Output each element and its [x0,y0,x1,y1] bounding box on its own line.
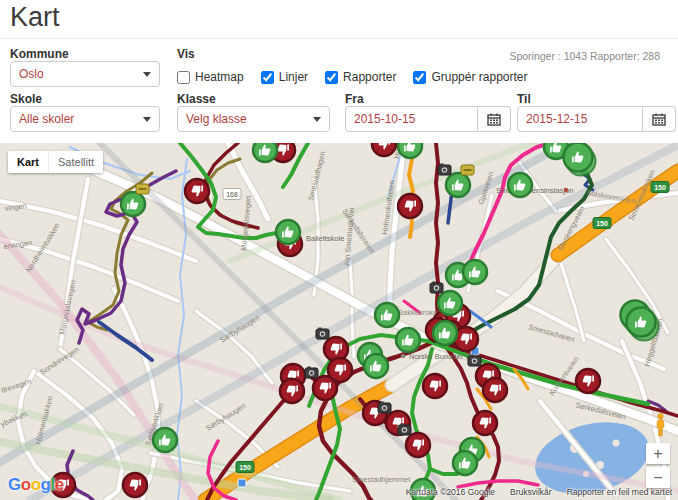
chevron-down-icon [313,117,321,122]
skole-label: Skole [10,92,42,106]
vis-option-grupp-r-rapporter[interactable]: Gruppér rapporter [413,70,527,84]
camera-badge-icon [438,164,451,176]
report-marker-positive[interactable] [453,451,477,475]
vis-label: Vis [177,47,195,61]
zoom-out-button[interactable]: − [646,467,670,488]
camera-badge-icon [378,402,391,414]
camera-badge-icon [316,328,329,340]
tag-badge-icon [461,165,474,175]
tag-badge-icon [136,184,149,194]
transit-stop-icon [238,479,246,487]
camera-top [318,328,322,330]
map-canvas[interactable]: 168150150150vingenervingenNordheimbakken… [0,143,678,500]
vis-checkbox[interactable] [325,71,338,84]
map-type-kart-button[interactable]: Kart [8,151,48,173]
report-marker-positive[interactable] [276,220,300,244]
zoom-in-button[interactable]: + [646,443,670,464]
map-attribution: Kartdata ©2016 Google Bruksvilkår Rappor… [406,487,672,497]
map-graphics: 168150150150vingenervingenNordheimbakken… [0,143,678,500]
page-title: Kart [10,2,60,33]
camera-top [470,355,474,357]
street-view-pegman[interactable] [654,413,667,441]
fra-date-input[interactable]: 2015-10-15 [345,106,478,132]
stats-text: Sporinger : 1043 Rapporter: 288 [509,50,660,62]
report-marker-negative[interactable] [328,358,352,382]
poi-dot [401,354,405,358]
camera-badge-icon [398,424,411,436]
report-marker-negative[interactable] [473,411,497,435]
til-calendar-button[interactable] [643,106,676,132]
calendar-icon [652,113,666,126]
vis-option-rapporter[interactable]: Rapporter [325,70,396,84]
report-marker-positive[interactable] [375,303,399,327]
camera-badge-icon [305,367,318,379]
report-marker-positive[interactable] [398,143,422,158]
map-type-satellitt-button[interactable]: Satellitt [48,151,103,173]
report-marker-negative[interactable] [123,473,147,497]
report-marker-negative[interactable] [372,143,396,156]
report-marker-negative[interactable] [576,369,600,393]
camera-badge-bg [430,283,443,293]
google-logo-letter: g [41,475,51,494]
vis-checkbox[interactable] [261,71,274,84]
camera-badge-icon [468,355,481,367]
report-marker-negative[interactable] [483,378,507,402]
camera-top [307,367,311,369]
camera-top [380,402,384,404]
road-shield-150: 150 [651,182,669,193]
vis-checkbox-group: HeatmapLinjerRapporterGruppér rapporter [177,70,527,84]
report-marker-positive[interactable] [396,328,420,352]
google-logo-letter: o [31,475,41,494]
report-marker-positive[interactable] [508,173,532,197]
camera-badge-bg [316,329,329,339]
calendar-icon [487,113,501,126]
shield-text: 150 [654,184,666,191]
report-marker-positive[interactable] [253,143,277,162]
vis-checkbox-label: Gruppér rapporter [431,70,527,84]
fra-input-group: 2015-10-15 [345,106,511,132]
skole-value: Alle skoler [19,112,74,126]
poi-label: Ballettskole [306,234,344,243]
klasse-select[interactable]: Velg klasse [177,106,330,132]
street-label: Smestadhjemmet [352,475,411,484]
street-label: Smestadhagen [306,150,327,201]
report-marker-negative[interactable] [280,379,304,403]
report-marker-positive[interactable] [153,428,177,452]
vis-option-heatmap[interactable]: Heatmap [177,70,244,84]
report-marker-negative[interactable] [423,374,447,398]
header-divider [0,38,678,39]
kommune-select[interactable]: Oslo [10,61,160,87]
klasse-value: Velg klasse [186,112,247,126]
camera-badge-bg [398,425,411,435]
pond-island [613,440,620,447]
google-logo-letter: o [21,475,31,494]
fra-label: Fra [345,92,364,106]
attribution-terms-link[interactable]: Bruksvilkår [510,487,552,497]
til-date-input[interactable]: 2015-12-15 [517,106,643,132]
fra-calendar-button[interactable] [478,106,511,132]
vis-checkbox[interactable] [413,71,426,84]
camera-badge-icon [430,282,443,294]
skole-select[interactable]: Alle skoler [10,106,160,132]
street-label: vingen [4,201,27,213]
attribution-report-link[interactable]: Rapporter en feil med kartet [567,487,672,497]
chevron-down-icon [143,72,151,77]
street-label: Sørbyhaugen [204,401,247,432]
report-marker-negative[interactable] [398,194,422,218]
vis-checkbox[interactable] [177,71,190,84]
report-marker-negative[interactable] [185,179,209,203]
til-label: Til [517,92,531,106]
vis-option-linjer[interactable]: Linjer [261,70,308,84]
camera-badge-bg [378,403,391,413]
kommune-value: Oslo [19,67,44,81]
report-marker-positive[interactable] [364,354,388,378]
camera-badge-bg [305,368,318,378]
report-marker-positive[interactable] [433,321,457,345]
report-marker-positive[interactable] [564,143,596,176]
street-label: drevegen [0,377,32,395]
attribution-copyright: Kartdata ©2016 Google [406,487,495,497]
route-line [99,322,152,360]
kommune-label: Kommune [10,47,69,61]
report-marker-positive[interactable] [463,260,487,284]
google-logo: Google [8,475,64,495]
